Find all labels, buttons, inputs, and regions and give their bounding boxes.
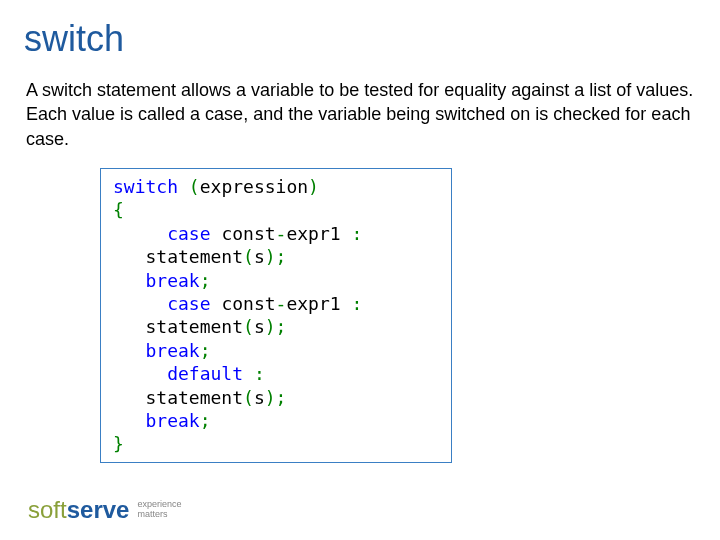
code-token: : <box>351 293 362 314</box>
code-token: ( <box>243 316 254 337</box>
code-token: expr1 <box>286 293 351 314</box>
code-token: expr1 <box>286 223 351 244</box>
code-token: { <box>113 199 124 220</box>
code-token <box>113 270 146 291</box>
code-token <box>113 293 167 314</box>
code-token: ; <box>200 270 211 291</box>
code-token: s <box>254 387 265 408</box>
code-token: ) <box>308 176 319 197</box>
code-token: - <box>276 223 287 244</box>
code-token: - <box>276 293 287 314</box>
code-token: statement <box>113 387 243 408</box>
tagline-line: matters <box>137 510 181 520</box>
code-token: ); <box>265 387 287 408</box>
softserve-logo: softserve experience matters <box>28 496 181 524</box>
code-snippet: switch (expression) { case const-expr1 :… <box>100 168 452 463</box>
page-title: switch <box>24 18 124 60</box>
code-token <box>113 340 146 361</box>
code-token: ; <box>200 410 211 431</box>
code-token: statement <box>113 316 243 337</box>
code-token <box>113 363 167 384</box>
code-token: ); <box>265 316 287 337</box>
logo-soft: soft <box>28 496 67 523</box>
code-token: ( <box>243 387 254 408</box>
code-token: case <box>167 223 210 244</box>
code-token: } <box>113 433 124 454</box>
logo-text: softserve <box>28 496 129 524</box>
code-token: ; <box>200 340 211 361</box>
code-token <box>113 410 146 431</box>
code-token: expression <box>200 176 308 197</box>
description-text: A switch statement allows a variable to … <box>26 78 694 151</box>
code-token: ); <box>265 246 287 267</box>
code-token <box>243 363 254 384</box>
code-token: s <box>254 246 265 267</box>
code-token: break <box>146 340 200 361</box>
code-token: break <box>146 270 200 291</box>
code-token: : <box>351 223 362 244</box>
code-token: ( <box>243 246 254 267</box>
code-token: ( <box>178 176 200 197</box>
code-token: switch <box>113 176 178 197</box>
code-token: default <box>167 363 243 384</box>
code-token: const <box>211 293 276 314</box>
code-token: break <box>146 410 200 431</box>
code-token: s <box>254 316 265 337</box>
code-token: case <box>167 293 210 314</box>
logo-tagline: experience matters <box>137 500 181 520</box>
code-token: const <box>211 223 276 244</box>
code-token: statement <box>113 246 243 267</box>
code-token: : <box>254 363 265 384</box>
code-token <box>113 223 167 244</box>
logo-serve: serve <box>67 496 130 523</box>
